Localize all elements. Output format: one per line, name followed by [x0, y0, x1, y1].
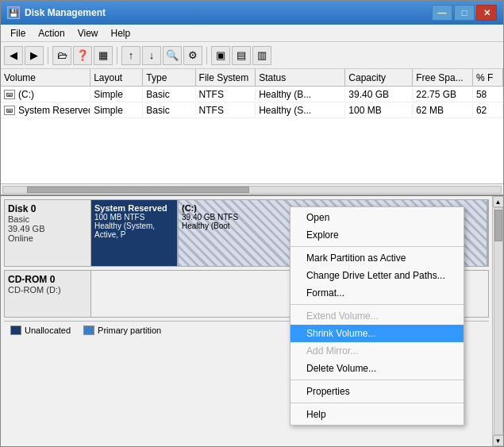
vscroll-down-button[interactable]: ▼ — [493, 435, 504, 446]
ctx-open[interactable]: Open — [290, 209, 464, 226]
disk-label-0: Disk 0 Basic 39.49 GB Online — [4, 199, 91, 267]
refresh-button[interactable]: ↓ — [142, 46, 161, 65]
cell-free-c: 22.75 GB — [413, 88, 473, 101]
menu-file[interactable]: File — [4, 26, 32, 40]
window-icon: 💾 — [7, 6, 20, 19]
disk-0-status: Online — [8, 233, 87, 243]
cell-status-sysres: Healthy (S... — [256, 104, 345, 117]
cdrom-type: CD-ROM (D:) — [8, 285, 87, 295]
cell-type-c: Basic — [143, 88, 195, 101]
legend-label-primary: Primary partition — [98, 326, 161, 335]
minimize-button[interactable]: — — [432, 5, 452, 21]
toolbar-separator-1 — [48, 47, 48, 64]
close-button[interactable]: ✕ — [476, 5, 497, 21]
col-volume[interactable]: Volume — [1, 69, 90, 86]
ctx-explore[interactable]: Explore — [290, 226, 464, 244]
cell-status-c: Healthy (B... — [256, 88, 345, 101]
toolbar-separator-2 — [117, 47, 117, 64]
up-button[interactable]: ↑ — [121, 46, 140, 65]
view2-button[interactable]: ▤ — [232, 46, 251, 65]
col-capacity[interactable]: Capacity — [345, 69, 413, 86]
hscroll-thumb[interactable] — [27, 187, 249, 193]
hscroll-track[interactable] — [2, 186, 502, 194]
table-row[interactable]: 🖴 (C:) Simple Basic NTFS Healthy (B... 3… — [1, 87, 503, 102]
title-bar-controls: — □ ✕ — [432, 5, 497, 21]
ctx-mark-active[interactable]: Mark Partition as Active — [290, 249, 464, 267]
toolbar: ◀ ▶ 🗁 ❓ ▦ ↑ ↓ 🔍 ⚙ ▣ ▤ ▥ — [1, 42, 503, 69]
cell-capacity-sysres: 100 MB — [345, 104, 413, 117]
menu-bar: File Action View Help — [1, 25, 503, 42]
legend-label-unalloc: Unallocated — [25, 326, 71, 335]
cell-type-sysres: Basic — [143, 104, 195, 117]
col-status[interactable]: Status — [256, 69, 345, 86]
menu-view[interactable]: View — [71, 26, 105, 40]
col-filesystem[interactable]: File System — [196, 69, 256, 86]
cell-percent-c: 58 — [473, 88, 503, 101]
table-hscrollbar[interactable] — [1, 183, 503, 195]
maximize-button[interactable]: □ — [454, 5, 475, 21]
ctx-add-mirror[interactable]: Add Mirror... — [290, 342, 464, 360]
cell-volume-sysres: 🖴 System Reserved — [1, 104, 90, 117]
toolbar-separator-3 — [206, 47, 207, 64]
context-menu: Open Explore Mark Partition as Active Ch… — [290, 206, 464, 426]
partition-sysres-name: System Reserved — [94, 203, 174, 213]
cdrom-title: CD-ROM 0 — [8, 274, 87, 285]
cell-fs-c: NTFS — [196, 88, 256, 101]
disk-label-cdrom: CD-ROM 0 CD-ROM (D:) — [4, 270, 91, 318]
col-freespace[interactable]: Free Spa... — [413, 69, 473, 86]
col-layout[interactable]: Layout — [90, 69, 143, 86]
cell-layout-sysres: Simple — [90, 104, 143, 117]
ctx-extend-volume[interactable]: Extend Volume... — [290, 307, 464, 325]
folder-button[interactable]: 🗁 — [52, 46, 71, 65]
search-button[interactable]: 🔍 — [163, 46, 182, 65]
disk-0-type: Basic — [8, 214, 87, 224]
properties-button[interactable]: ▦ — [94, 46, 113, 65]
back-button[interactable]: ◀ — [4, 46, 23, 65]
vscroll-thumb[interactable] — [494, 210, 502, 241]
partition-sysres-size: 100 MB NTFS — [94, 213, 174, 222]
col-percent[interactable]: % F — [473, 69, 503, 86]
ctx-format[interactable]: Format... — [290, 284, 464, 302]
cell-free-sysres: 62 MB — [413, 104, 473, 117]
view1-button[interactable]: ▣ — [211, 46, 230, 65]
volume-icon-c: 🖴 — [4, 90, 15, 99]
cell-fs-sysres: NTFS — [196, 104, 256, 117]
ctx-help[interactable]: Help — [290, 406, 464, 423]
forward-button[interactable]: ▶ — [25, 46, 44, 65]
volume-icon-sysres: 🖴 — [4, 106, 15, 115]
ctx-shrink-volume[interactable]: Shrink Volume... — [290, 325, 464, 342]
partition-sysres[interactable]: System Reserved 100 MB NTFS Healthy (Sys… — [91, 200, 179, 266]
ctx-sep-2 — [290, 304, 464, 305]
vscroll-up-button[interactable]: ▲ — [493, 196, 504, 207]
vscroll-track[interactable] — [494, 207, 503, 435]
title-bar: 💾 Disk Management — □ ✕ — [1, 1, 503, 25]
cell-volume-c: 🖴 (C:) — [1, 88, 90, 101]
cell-layout-c: Simple — [90, 88, 143, 101]
ctx-sep-3 — [290, 380, 464, 380]
ctx-sep-4 — [290, 403, 464, 403]
table-row[interactable]: 🖴 System Reserved Simple Basic NTFS Heal… — [1, 102, 503, 118]
menu-action[interactable]: Action — [32, 26, 71, 40]
disk-0-size: 39.49 GB — [8, 224, 87, 233]
ctx-change-drive-letter[interactable]: Change Drive Letter and Paths... — [290, 267, 464, 284]
vscrollbar[interactable]: ▲ ▼ — [492, 196, 503, 446]
disk-management-window: 💾 Disk Management — □ ✕ File Action View… — [0, 0, 504, 447]
ctx-sep-1 — [290, 246, 464, 247]
help-button[interactable]: ❓ — [73, 46, 92, 65]
cell-percent-sysres: 62 — [473, 104, 503, 117]
legend-swatch-primary — [83, 326, 94, 335]
ctx-delete-volume[interactable]: Delete Volume... — [290, 360, 464, 377]
menu-help[interactable]: Help — [105, 26, 137, 40]
cell-capacity-c: 39.40 GB — [345, 88, 413, 101]
ctx-properties[interactable]: Properties — [290, 383, 464, 400]
view3-button[interactable]: ▥ — [252, 46, 271, 65]
partition-sysres-status: Healthy (System, Active, P — [94, 222, 174, 239]
table-body: 🖴 (C:) Simple Basic NTFS Healthy (B... 3… — [1, 87, 503, 183]
legend-swatch-unalloc — [10, 326, 21, 335]
disk-0-title: Disk 0 — [8, 203, 87, 214]
settings-button[interactable]: ⚙ — [183, 46, 202, 65]
volume-table: Volume Layout Type File System Status Ca… — [1, 69, 503, 196]
window-title: Disk Management — [25, 7, 106, 18]
col-type[interactable]: Type — [143, 69, 195, 86]
table-header: Volume Layout Type File System Status Ca… — [1, 69, 503, 87]
